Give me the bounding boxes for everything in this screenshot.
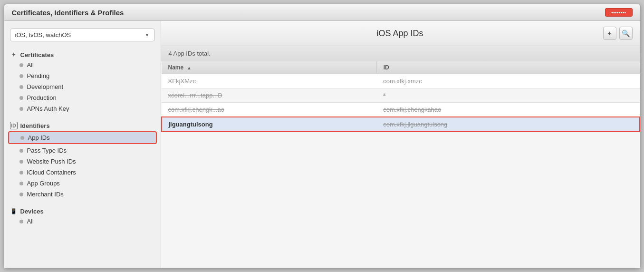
id-cell: * bbox=[376, 88, 639, 103]
content-title: iOS App IDs bbox=[197, 29, 603, 39]
titlebar: Certificates, Identifiers & Profiles ▪▪▪… bbox=[4, 4, 640, 21]
app-ids-label: App IDs bbox=[28, 134, 50, 141]
search-button[interactable]: 🔍 bbox=[619, 27, 633, 40]
table-header-row: Name ▲ ID bbox=[162, 61, 640, 74]
table-row[interactable]: jiguangtuisong com.xfkj.jiguangtuisong bbox=[162, 117, 640, 132]
platform-dropdown[interactable]: iOS, tvOS, watchOS ▼ bbox=[10, 29, 155, 41]
app-name-text: xcorei...rrr...tapp...D bbox=[168, 92, 222, 99]
bullet-icon bbox=[20, 136, 24, 140]
all-devices-label: All bbox=[27, 218, 34, 225]
name-cell: jiguangtuisong bbox=[162, 117, 377, 132]
app-groups-label: App Groups bbox=[27, 180, 60, 187]
devices-section-header: 📱 Devices bbox=[4, 204, 161, 216]
bullet-icon bbox=[19, 107, 23, 111]
sidebar-item-website-push-ids[interactable]: Website Push IDs bbox=[4, 156, 161, 167]
sidebar-item-all-devices[interactable]: All bbox=[4, 216, 161, 227]
summary-text: 4 App IDs total. bbox=[169, 50, 211, 57]
bullet-icon bbox=[19, 149, 23, 153]
name-cell: xcorei...rrr...tapp...D bbox=[162, 88, 377, 103]
main-content: iOS, tvOS, watchOS ▼ ✦ Certificates All … bbox=[4, 21, 640, 268]
bullet-icon bbox=[19, 182, 23, 185]
pending-label: Pending bbox=[27, 72, 50, 79]
apns-auth-key-label: APNs Auth Key bbox=[27, 105, 69, 112]
app-name-text: jiguangtuisong bbox=[169, 121, 213, 128]
id-cell: com.xfkj.chengkahao bbox=[376, 103, 639, 117]
certificates-section-header: ✦ Certificates bbox=[4, 48, 161, 59]
sidebar-item-app-groups[interactable]: App Groups bbox=[4, 178, 161, 189]
app-id-text: * bbox=[383, 92, 385, 99]
sidebar-item-all-certs[interactable]: All bbox=[4, 59, 161, 70]
sidebar-item-app-ids[interactable]: App IDs bbox=[8, 131, 157, 144]
app-id-text: com.xfkj.xmzc bbox=[383, 78, 422, 85]
header-actions: + 🔍 bbox=[603, 27, 633, 40]
table-row[interactable]: com.xfkj.chengk...ao com.xfkj.chengkahao bbox=[162, 103, 640, 117]
platform-dropdown-label: iOS, tvOS, watchOS bbox=[15, 31, 71, 39]
bullet-icon bbox=[19, 63, 23, 67]
search-icon: 🔍 bbox=[622, 29, 630, 37]
table-row[interactable]: XFkjXMzc com.xfkj.xmzc bbox=[162, 74, 640, 88]
content-header: iOS App IDs + 🔍 bbox=[161, 21, 640, 46]
window-title: Certificates, Identifiers & Profiles bbox=[12, 9, 124, 17]
main-window: Certificates, Identifiers & Profiles ▪▪▪… bbox=[4, 4, 641, 268]
sort-arrow-icon: ▲ bbox=[187, 66, 192, 70]
app-name-text: XFkjXMzc bbox=[168, 78, 196, 85]
device-icon: 📱 bbox=[10, 207, 18, 215]
id-column-header[interactable]: ID bbox=[376, 61, 639, 74]
cert-icon: ✦ bbox=[10, 51, 18, 58]
add-button[interactable]: + bbox=[603, 27, 616, 40]
all-certs-label: All bbox=[27, 61, 34, 68]
name-cell: com.xfkj.chengk...ao bbox=[162, 103, 377, 117]
identifiers-section-header: ID Identifiers bbox=[4, 119, 161, 130]
certificates-label: Certificates bbox=[20, 51, 54, 58]
bullet-icon bbox=[19, 171, 23, 175]
app-name-text: com.xfkj.chengk...ao bbox=[168, 106, 225, 113]
sidebar: iOS, tvOS, watchOS ▼ ✦ Certificates All … bbox=[4, 21, 161, 268]
app-id-text: com.xfkj.chengkahao bbox=[383, 106, 441, 113]
summary-bar: 4 App IDs total. bbox=[161, 46, 640, 61]
sidebar-item-pass-type-ids[interactable]: Pass Type IDs bbox=[4, 145, 161, 156]
sidebar-item-development[interactable]: Development bbox=[4, 81, 161, 92]
account-button[interactable]: ▪▪▪▪▪▪▪▪ bbox=[605, 8, 632, 17]
icloud-containers-label: iCloud Containers bbox=[27, 169, 76, 176]
bullet-icon bbox=[19, 193, 23, 196]
app-ids-table: Name ▲ ID XFkjXMzc bbox=[161, 61, 640, 132]
bullet-icon bbox=[19, 160, 23, 164]
bullet-icon bbox=[19, 85, 23, 89]
id-icon: ID bbox=[10, 122, 18, 129]
sidebar-item-apns-auth-key[interactable]: APNs Auth Key bbox=[4, 103, 161, 114]
merchant-ids-label: Merchant IDs bbox=[27, 191, 64, 198]
identifiers-label: Identifiers bbox=[20, 122, 50, 129]
bullet-icon bbox=[19, 74, 23, 78]
production-label: Production bbox=[27, 94, 57, 101]
content-area: iOS App IDs + 🔍 4 App IDs total. bbox=[161, 21, 640, 268]
table-row[interactable]: xcorei...rrr...tapp...D * bbox=[162, 88, 640, 103]
chevron-down-icon: ▼ bbox=[145, 32, 150, 38]
name-cell: XFkjXMzc bbox=[162, 74, 377, 88]
sidebar-item-production[interactable]: Production bbox=[4, 92, 161, 103]
app-id-text: com.xfkj.jiguangtuisong bbox=[383, 121, 447, 128]
website-push-ids-label: Website Push IDs bbox=[27, 158, 76, 165]
sidebar-item-merchant-ids[interactable]: Merchant IDs bbox=[4, 189, 161, 200]
id-cell: com.xfkj.xmzc bbox=[376, 74, 639, 88]
id-cell: com.xfkj.jiguangtuisong bbox=[376, 117, 639, 132]
table-container: Name ▲ ID XFkjXMzc bbox=[161, 61, 640, 268]
sidebar-item-pending[interactable]: Pending bbox=[4, 70, 161, 81]
pass-type-ids-label: Pass Type IDs bbox=[27, 147, 67, 154]
bullet-icon bbox=[19, 96, 23, 100]
sidebar-item-icloud-containers[interactable]: iCloud Containers bbox=[4, 167, 161, 178]
bullet-icon bbox=[19, 220, 23, 223]
devices-label: Devices bbox=[20, 208, 44, 215]
name-column-header[interactable]: Name ▲ bbox=[162, 61, 377, 74]
development-label: Development bbox=[27, 83, 64, 90]
